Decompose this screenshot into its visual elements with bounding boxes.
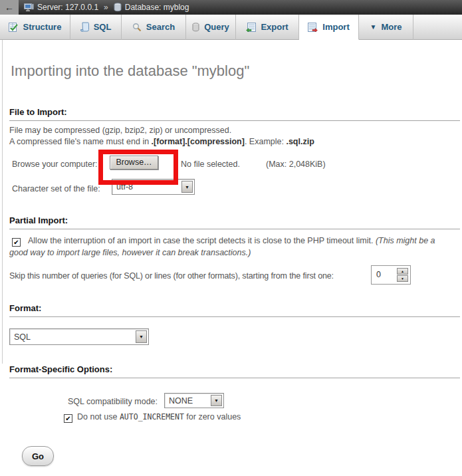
nav-back-button[interactable]: ←	[0, 0, 19, 15]
autoinc-code: AUTO_INCREMENT	[120, 412, 184, 421]
autoinc-row: ✔Do not use AUTO_INCREMENT for zero valu…	[64, 412, 241, 423]
format-select-value: SQL	[14, 332, 31, 342]
tab-export[interactable]: Export	[236, 15, 299, 40]
tab-label: Search	[146, 22, 175, 32]
breadcrumb-database-link[interactable]: Database: myblog	[125, 3, 189, 12]
file-import-description: File may be compressed (gzip, bzip2, zip…	[9, 125, 314, 147]
server-icon	[24, 3, 34, 12]
import-icon	[308, 23, 318, 32]
autoinc-checkbox[interactable]: ✔	[64, 414, 72, 423]
section-heading-format: Format:	[9, 303, 460, 317]
sql-compat-label: SQL compatibility mode:	[68, 397, 158, 406]
tab-more[interactable]: ▼ More	[359, 15, 413, 40]
chevron-down-icon: ▼	[370, 24, 377, 31]
format-select[interactable]: SQL ▼	[9, 328, 149, 345]
charset-label: Character set of the file:	[12, 184, 100, 193]
sql-compat-select[interactable]: NONE ▼	[164, 393, 224, 408]
tab-query[interactable]: Query	[186, 15, 236, 40]
breadcrumb-server-link[interactable]: Server: 127.0.0.1	[37, 3, 98, 12]
section-heading-format-options: Format-Specific Options:	[9, 364, 460, 378]
check-icon: ✔	[13, 239, 19, 246]
allow-interrupt-checkbox[interactable]: ✔	[12, 238, 21, 247]
stepper-buttons: ▲ ▼	[397, 268, 408, 282]
section-heading-file-to-import: File to Import:	[9, 107, 460, 121]
allow-interrupt-row: ✔Allow the interruption of an import in …	[9, 235, 455, 259]
nav-panel-divider	[2, 40, 3, 364]
name-rule-example: .sql.zip	[286, 137, 314, 146]
stepper-up-button[interactable]: ▲	[397, 268, 408, 275]
database-icon	[114, 3, 122, 12]
compress-info-text: File may be compressed (gzip, bzip2, zip…	[9, 126, 231, 135]
export-icon	[246, 23, 256, 32]
autoinc-label-suffix: for zero values	[184, 412, 241, 421]
structure-icon	[9, 23, 19, 32]
tab-label: Query	[204, 22, 229, 32]
down-arrow-icon: ▼	[401, 277, 404, 281]
page-title: Importing into the database "myblog"	[11, 62, 249, 80]
go-button[interactable]: Go	[22, 446, 54, 466]
back-arrow-icon: ←	[5, 2, 14, 13]
tab-bar-filler	[413, 15, 462, 40]
breadcrumb-bar: ← Server: 127.0.0.1 » Database: myblog	[0, 0, 462, 15]
query-icon	[192, 23, 199, 32]
stepper-down-button[interactable]: ▼	[397, 275, 408, 282]
breadcrumb-separator: »	[104, 3, 108, 12]
dropdown-arrow-icon: ▼	[136, 330, 147, 343]
tab-label: More	[381, 22, 402, 32]
name-rule-format: .[format].[compression]	[152, 137, 245, 146]
tab-bar: Structure SQL Search Query Export Import…	[0, 15, 462, 40]
dropdown-arrow-icon: ▼	[181, 181, 193, 193]
dropdown-arrow-icon: ▼	[211, 395, 222, 406]
skip-queries-label: Skip this number of queries (for SQL) or…	[9, 271, 334, 281]
highlight-rectangle	[98, 150, 178, 185]
max-size-text: (Max: 2,048KiB)	[266, 160, 326, 169]
file-status-text: No file selected.	[181, 160, 240, 169]
skip-queries-stepper[interactable]: 0 ▲ ▼	[371, 265, 411, 285]
breadcrumb: Server: 127.0.0.1 » Database: myblog	[24, 3, 189, 12]
tab-label: Export	[261, 22, 288, 32]
autoinc-label-prefix: Do not use	[77, 412, 120, 421]
skip-queries-value: 0	[374, 268, 397, 282]
tab-import[interactable]: Import	[299, 15, 359, 40]
tab-search[interactable]: Search	[122, 15, 186, 40]
browse-label: Browse your computer:	[12, 160, 98, 169]
tab-sql[interactable]: SQL	[70, 15, 122, 40]
up-arrow-icon: ▲	[401, 269, 404, 273]
sql-icon	[80, 22, 89, 32]
sql-compat-select-value: NONE	[169, 396, 193, 406]
allow-interrupt-label: Allow the interruption of an import in c…	[28, 236, 376, 245]
name-rule-text: A compressed file's name must end in	[9, 137, 152, 146]
section-heading-partial-import: Partial Import:	[9, 215, 460, 229]
tab-label: SQL	[94, 22, 112, 32]
name-rule-mid: . Example:	[245, 137, 287, 146]
search-icon	[132, 23, 142, 32]
tab-label: Import	[322, 22, 349, 32]
tab-structure[interactable]: Structure	[0, 15, 70, 40]
check-icon: ✔	[65, 415, 70, 422]
tab-label: Structure	[23, 22, 62, 32]
